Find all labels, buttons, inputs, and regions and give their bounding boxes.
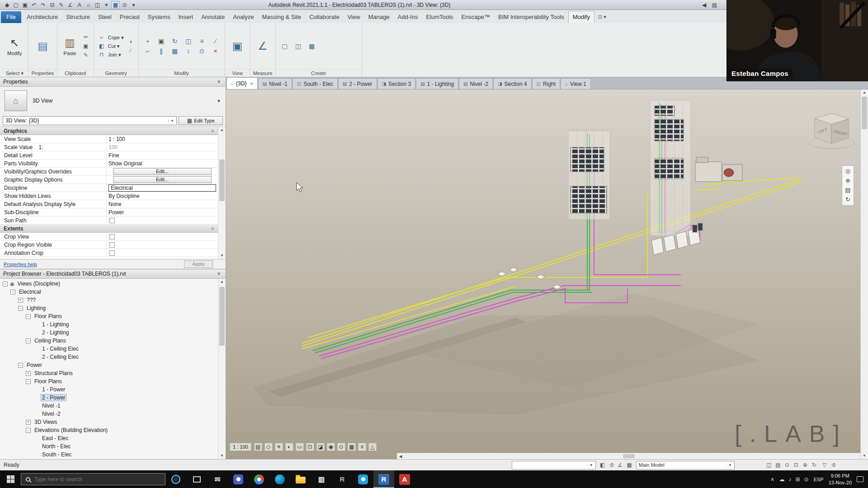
save-icon[interactable]: ▣ xyxy=(21,1,29,9)
delete-icon[interactable]: × xyxy=(212,47,220,55)
apply-button[interactable]: Apply xyxy=(184,260,213,268)
collapse-icon[interactable]: − xyxy=(18,306,23,311)
create-group-icon[interactable]: ▢ xyxy=(281,42,289,50)
create-assembly-icon[interactable]: ◫ xyxy=(294,42,302,50)
view-tab-section-4[interactable]: ◨Section 4 xyxy=(493,78,532,89)
copy-icon[interactable]: ▣ xyxy=(157,38,165,45)
ribbon-tab-collaborate[interactable]: Collaborate xyxy=(305,11,344,23)
reveal-constraints-icon[interactable]: ⊙ xyxy=(783,462,791,468)
button-cut[interactable]: ◧Cut ▾ xyxy=(98,42,124,50)
cloud-icon[interactable]: ☁ xyxy=(779,476,785,483)
panel-label-modify[interactable]: Modify xyxy=(139,69,225,77)
ribbon-tab-elumtools[interactable]: ElumTools xyxy=(422,11,457,23)
undo-icon[interactable]: ↶ xyxy=(30,1,38,9)
browser-item-1-power[interactable]: 1 - Power xyxy=(0,385,218,394)
analytic-model-icon[interactable]: △ xyxy=(368,443,377,451)
background-processes-icon[interactable]: ↻ xyxy=(811,462,818,468)
paste-icon[interactable]: ▥ xyxy=(65,36,75,50)
discipline-input[interactable]: Electrical xyxy=(108,184,216,192)
navigation-bar[interactable]: ◎ ⊕ ▤ ↻ xyxy=(842,165,854,206)
browser-item-lighting[interactable]: −Lighting xyxy=(0,304,218,312)
browser-item-north-elec[interactable]: North - Elec xyxy=(0,442,218,450)
visual-style-icon[interactable]: ◇ xyxy=(264,443,273,451)
view-tab-3d[interactable]: ⌂{3D}× xyxy=(226,77,258,89)
cortana-button[interactable] xyxy=(165,470,186,488)
button-paste[interactable]: ▥Paste xyxy=(61,35,79,57)
join-icon[interactable]: ⊓ xyxy=(98,51,106,58)
expand-icon[interactable]: + xyxy=(18,298,23,303)
pin-icon[interactable]: ⊙ xyxy=(198,47,206,55)
button-properties[interactable]: ▤ xyxy=(35,38,51,54)
button-measure[interactable]: ∠ xyxy=(255,38,270,54)
checkbox-crop-view[interactable] xyxy=(109,234,115,239)
task-view-button[interactable] xyxy=(186,470,207,488)
browser-item-3d-views[interactable]: +3D Views xyxy=(0,418,218,426)
panel-label-create[interactable]: Create xyxy=(276,69,362,77)
worksharing-display-icon[interactable]: ▦ xyxy=(348,443,356,451)
search-input[interactable] xyxy=(34,476,160,483)
taskbar-app-file-explorer[interactable] xyxy=(290,470,311,488)
browser-item-south-elec[interactable]: South - Elec xyxy=(0,450,218,459)
browser-item-power[interactable]: −Power xyxy=(0,361,218,369)
view-tab-2-power[interactable]: ▤2 - Power xyxy=(338,78,377,89)
modify-options-icon[interactable]: ⊡ ▾ xyxy=(594,14,610,23)
shadows-icon[interactable]: ◐ xyxy=(285,443,293,451)
browser-item-east-elec[interactable]: East - Elec xyxy=(0,434,218,442)
collapse-icon[interactable]: − xyxy=(18,363,23,368)
match-type-icon[interactable]: ✎ xyxy=(82,52,90,59)
taskbar-app-r-viewer[interactable]: R xyxy=(332,470,353,488)
browser-item-2-power[interactable]: 2 - Power xyxy=(0,394,218,402)
select-links-icon[interactable]: ⊡ xyxy=(793,462,800,468)
ribbon-tab-add-ins[interactable]: Add-Ins xyxy=(394,11,422,23)
view-tab-nivel-2[interactable]: ▤Nivel -2 xyxy=(459,78,493,89)
settings-icon[interactable]: ⊙ xyxy=(804,476,809,483)
project-browser-scrollbar[interactable]: ▲ ▼ xyxy=(218,279,226,459)
type-selector-caret-icon[interactable]: ▼ xyxy=(217,99,221,103)
properties-icon[interactable]: ▤ xyxy=(38,39,48,53)
collapse-icon[interactable]: − xyxy=(26,338,31,343)
properties-close-icon[interactable]: × xyxy=(215,79,222,85)
type-selector[interactable]: ⌂ 3D View ▼ xyxy=(0,87,226,115)
prop-value-show-hidden-lines[interactable]: By Discipline xyxy=(107,192,218,200)
rewind-icon[interactable]: ↻ xyxy=(845,197,850,203)
panel-label-properties[interactable]: Properties xyxy=(28,69,57,77)
edit-button-visibility-graphics-overrides[interactable]: Edit... xyxy=(113,168,212,175)
cursor-icon[interactable]: ↖ xyxy=(10,36,19,50)
panel-label-select[interactable]: Select ▾ xyxy=(1,69,28,77)
start-button[interactable] xyxy=(0,470,21,488)
properties-scrollbar[interactable]: ▲ ▼ xyxy=(218,127,226,259)
worksets-icon[interactable]: ▦ xyxy=(626,462,633,468)
browser-item-2-lighting[interactable]: 2 - Lighting xyxy=(0,328,218,337)
ribbon-tab-annotate[interactable]: Annotate xyxy=(197,11,229,23)
ribbon-tab-modify[interactable]: Modify xyxy=(568,11,594,23)
prop-value-visibility-graphics-overrides[interactable]: Edit... xyxy=(107,168,218,175)
active-workset-select[interactable]: Main Model ▼ xyxy=(636,461,735,469)
scroll-left-icon[interactable]: ◀ xyxy=(397,454,404,459)
button-join[interactable]: ⊓Join ▾ xyxy=(98,51,124,58)
view-tab-view-1[interactable]: ⌂View 1 xyxy=(561,78,591,89)
demolish-icon[interactable]: ∕ xyxy=(127,47,135,54)
collapse-chevron-icon[interactable]: « xyxy=(210,227,216,230)
sun-path-icon[interactable]: ☀ xyxy=(275,443,283,451)
collapse-icon[interactable]: − xyxy=(26,428,31,433)
button-modify[interactable]: ↖Modify xyxy=(5,35,24,57)
print-icon[interactable]: ⊟ xyxy=(48,1,57,9)
redo-icon[interactable]: ↷ xyxy=(39,1,47,9)
user-icon[interactable]: ⊙ xyxy=(120,1,129,9)
create-parts-icon[interactable]: ▦ xyxy=(308,42,316,50)
hscroll-thumb[interactable] xyxy=(623,454,635,458)
view-tab-1-lighting[interactable]: ▤1 - Lighting xyxy=(416,78,458,89)
scale-icon[interactable]: ↕ xyxy=(184,47,193,55)
infocenter-icon[interactable]: ▤ xyxy=(710,1,719,9)
volume-icon[interactable]: ♪ xyxy=(789,476,792,483)
ribbon-tab-enscape[interactable]: Enscape™ xyxy=(457,11,494,23)
prop-value-default-analysis-display-style[interactable]: None xyxy=(107,200,218,208)
temporary-hide-icon[interactable]: ◪ xyxy=(316,443,325,451)
collapse-icon[interactable]: − xyxy=(3,282,8,286)
ribbon-tab-bim-interoperability-tools[interactable]: BIM Interoperability Tools xyxy=(494,11,568,23)
panel-label-measure[interactable]: Measure xyxy=(250,69,275,77)
section-icon[interactable]: ◫ xyxy=(93,1,102,9)
ribbon-collapse-icon[interactable]: ◀ xyxy=(700,1,708,9)
qat-dropdown-icon[interactable]: ▾ xyxy=(129,1,138,9)
prop-value-graphic-display-options[interactable]: Edit... xyxy=(107,176,218,183)
